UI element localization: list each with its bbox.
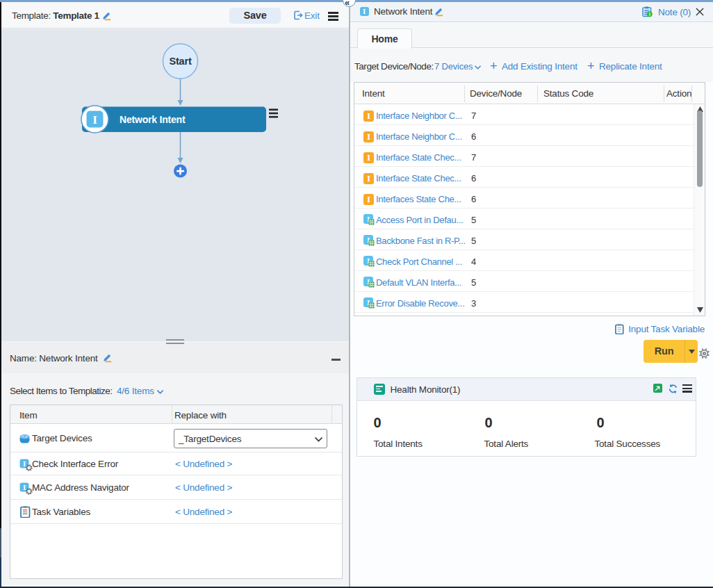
svg-text:Start: Start [169,56,191,67]
svg-text:Network Intent: Network Intent [120,114,186,125]
svg-text:I: I [23,483,26,491]
svg-text:I: I [23,459,26,468]
svg-text:I: I [92,113,97,126]
